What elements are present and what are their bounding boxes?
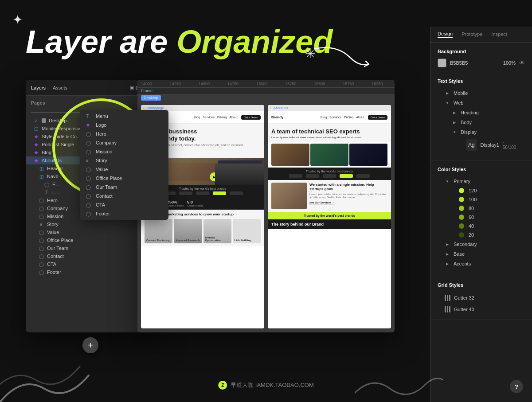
color-primary-80[interactable]: 80 [438,204,525,213]
circle-icon: ◯ [86,185,92,190]
circle-icon: ◯ [38,206,44,211]
circle-icon: ◯ [86,141,92,145]
visibility-toggle-icon[interactable]: 👁 [519,60,525,66]
popup-value[interactable]: ◯ Value [80,165,168,174]
grid-icon [445,306,450,312]
text-style-heading[interactable]: Heading [438,108,525,117]
right-panel-tabs: Design Prototype Inspect [430,27,532,43]
color-dot [459,197,464,202]
expand-icon [445,179,450,184]
popup-logo[interactable]: ❖ Logo [80,121,168,129]
tab-inspect[interactable]: Inspect [491,31,507,38]
circle-icon: ◯ [38,198,44,203]
circle-icon: ◯ [38,238,44,243]
comp-icon: ❖ [33,158,39,163]
color-primary-40[interactable]: 40 [438,222,525,230]
color-style-base[interactable]: Base [438,249,525,259]
expand-icon [445,242,450,247]
color-dot [459,223,464,229]
canvas-desktop-bar: Desktop [137,94,395,103]
site2-about: We started with a single mission: Help s… [268,180,391,212]
canvas-area: 14000 14250 14500 14750 15000 15250 1550… [137,80,395,332]
circle-icon: ◯ [86,176,92,181]
popup-footer[interactable]: ◯ Footer [80,209,168,218]
circle-icon: ◯ [86,167,92,172]
about-us-frame: ● About Us Brandy Blog Services Pricing … [268,105,391,328]
popup-contact[interactable]: ◯ Contact [80,191,168,200]
panel-tabs: Layers Assets [31,85,67,90]
site1-cards: Content Marketing Keyword Research Websi… [145,219,261,243]
site2-img3 [349,144,387,166]
site2-logos [271,174,387,178]
help-button[interactable]: ? [510,380,523,393]
tab-layers[interactable]: Layers [31,85,46,90]
color-styles-title: Color Styles [438,167,525,172]
tab-prototype[interactable]: Prototype [462,31,482,38]
frame-icon: ◫ [38,174,44,179]
color-style-accents[interactable]: Accents [438,259,525,269]
comp-icon: ❖ [86,123,92,128]
color-style-primary[interactable]: Primary [438,176,525,186]
ag-preview: Ag [466,139,477,151]
site2-cta-btn: Get a Demo [368,115,387,120]
popup-story[interactable]: ≡ Story [80,156,168,165]
watermark-text: 早道大咖 IAMDK.TAOBAO.COM [231,381,314,389]
circle-icon: ◯ [38,214,44,219]
site2-about-text: We started with a single mission: Help s… [309,183,387,209]
tab-design[interactable]: Design [438,31,453,38]
tab-assets[interactable]: Assets [53,85,67,90]
color-styles-tree: Primary 120 100 80 60 [438,176,525,271]
grid-styles-title: Grid Styles [438,282,525,288]
popup-company[interactable]: ◯ Company [80,138,168,147]
color-style-secondary[interactable]: Secondary [438,239,525,249]
grid-gutter-32[interactable]: Gutter 32 [438,292,525,304]
text-style-display1[interactable]: Ag Display1 · 56/100 [438,137,525,153]
expand-icon [445,261,450,266]
popup-office[interactable]: ◯ Office Place [80,174,168,183]
canvas-ruler: 14000 14250 14500 14750 15000 15250 1550… [137,80,395,88]
popup-our-team[interactable]: ◯ Our Team [80,183,168,191]
expand-icon [445,100,450,105]
popup-menu[interactable]: T Menu [80,112,168,121]
site2-img-grid [268,142,391,168]
site1-card2: Keyword Research [174,219,202,243]
popup-mission[interactable]: ◯ Mission [80,147,168,156]
main-heading: Layer are Organized [26,24,332,59]
color-dot [459,215,464,220]
desktop-color-icon [42,118,46,123]
site1-card4: Link Building [233,219,261,243]
background-color-swatch[interactable] [438,59,446,67]
site1-cta-btn: Get a Demo [241,115,261,120]
color-primary-120[interactable]: 120 [438,186,525,195]
grid-styles-section: Grid Styles Gutter 32 Gutter 40 [430,276,532,320]
color-primary-20[interactable]: 20 [438,230,525,239]
right-panel: Design Prototype Inspect Background B5B5… [430,27,532,402]
site2-about-img [271,183,307,209]
comp-icon: ❖ [33,134,39,139]
star-icon: ✦ [12,12,23,27]
text-style-body[interactable]: Body [438,117,525,127]
circle-icon: ◯ [38,262,44,267]
site1-card1: Content Marketing [145,219,172,243]
site2-nav-links: Blog Services Pricing About [321,116,364,119]
circle-icon: ◯ [86,194,92,199]
color-primary-100[interactable]: 100 [438,195,525,204]
deco-bottom-swirl [355,358,443,402]
popup-hero[interactable]: ◯ Hero [80,129,168,138]
grid-gutter-40[interactable]: Gutter 40 [438,304,525,315]
frame-icon: ✓ [33,118,39,123]
frame-icon: ◫ [33,126,39,131]
expand-icon [445,251,450,257]
frame-icon: ◫ [38,166,44,171]
desktop-label: Desktop [141,95,161,101]
text-style-mobile[interactable]: Mobile [438,88,525,98]
text-style-display[interactable]: Display [438,127,525,137]
site2-trusted-yellow: Trusted by the world's best brands [268,212,391,219]
frame-label: Frame [137,88,395,94]
text-style-web[interactable]: Web [438,98,525,108]
popup-cta[interactable]: ◯ CTA [80,200,168,209]
color-primary-60[interactable]: 60 [438,213,525,222]
deco-arrow-svg [310,40,377,75]
circle-icon: ◯ [86,203,92,207]
add-layer-button[interactable]: + [82,337,98,353]
